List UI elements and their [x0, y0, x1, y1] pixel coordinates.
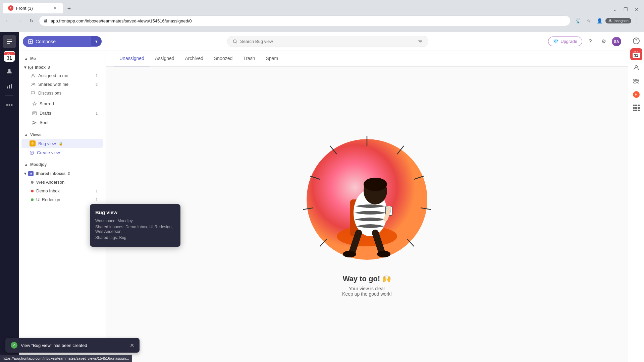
bug-view-item[interactable]: B Bug view 🔒 ⋯ [21, 139, 103, 148]
drafts-icon [32, 111, 37, 116]
close-button[interactable]: ✕ [632, 5, 641, 13]
moodjoy-section-header[interactable]: ▲ Moodjoy [19, 160, 106, 168]
tooltip-workspace-value: Moodjoy [117, 219, 132, 223]
svg-point-34 [364, 178, 387, 191]
me-section-header[interactable]: ▲ Me [19, 54, 106, 62]
incognito-badge: Incognito [605, 18, 631, 23]
svg-rect-16 [31, 92, 35, 94]
help-panel-button[interactable]: ? [630, 35, 642, 47]
calendar-panel-button[interactable]: OCT 31 [630, 48, 642, 60]
shared-inboxes-group-header[interactable]: ▾ M Shared inboxes 2 [19, 170, 106, 178]
analytics-nav-icon[interactable] [3, 79, 16, 93]
svg-rect-41 [636, 79, 639, 80]
tooltip-workspace-label: Workspace: [95, 219, 116, 223]
svg-rect-10 [11, 84, 12, 88]
svg-rect-42 [634, 82, 636, 83]
tooltip-tags-value: Bug [119, 235, 126, 240]
bug-view-icon: B [30, 140, 36, 146]
svg-point-7 [8, 69, 11, 71]
calendar-nav-icon[interactable]: OCT 31 [3, 50, 16, 63]
shortcuts-panel-button[interactable] [630, 75, 642, 87]
back-button[interactable]: ← [3, 16, 12, 25]
upgrade-button[interactable]: 💎 Upgrade [548, 37, 582, 46]
drafts-count: 1 [96, 111, 98, 115]
help-panel-icon: ? [633, 38, 640, 44]
toast-notification: ✓ View "Bug view" has been created ✕ [5, 338, 140, 353]
incognito-icon [608, 19, 612, 23]
search-icon [233, 39, 237, 44]
compose-dropdown-button[interactable]: ▾ [91, 36, 102, 47]
search-filter-icon[interactable] [418, 39, 423, 44]
help-button[interactable]: ? [585, 36, 596, 47]
tab-close-button[interactable]: ✕ [52, 5, 58, 11]
demo-inbox-item[interactable]: Demo Inbox 1 [21, 187, 103, 195]
svg-point-37 [343, 251, 356, 257]
tab-unassigned[interactable]: Unassigned [114, 51, 150, 66]
shared-with-me-item[interactable]: Shared with me 2 [21, 80, 103, 88]
toast-close-button[interactable]: ✕ [130, 342, 134, 349]
inbox-nav-icon[interactable] [3, 35, 16, 48]
user-avatar[interactable]: SA [612, 37, 621, 46]
create-view-item[interactable]: Create view [21, 148, 103, 157]
compose-button[interactable]: Compose [23, 36, 91, 47]
search-bar[interactable] [227, 36, 428, 47]
more-nav-icon[interactable]: ••• [3, 98, 16, 112]
browser-menu-button[interactable]: ⋮ [633, 17, 641, 24]
drafts-item[interactable]: Drafts 1 [21, 109, 103, 118]
minimize-button[interactable]: ⌄ [610, 5, 620, 13]
search-input[interactable] [240, 39, 415, 44]
views-chevron-icon: ▲ [24, 132, 28, 137]
svg-text:F: F [10, 7, 12, 9]
shared-inboxes-collapse-icon: ▾ [24, 171, 26, 176]
starred-item[interactable]: Starred [21, 99, 103, 108]
shared-with-me-icon [31, 82, 36, 87]
profile-button[interactable]: 👤 [595, 16, 604, 25]
tooltip-tags-row: Shared tags: Bug [95, 235, 175, 240]
empty-subtitle-line2: Keep up the good work! [342, 291, 392, 297]
demo-inbox-count: 1 [96, 189, 98, 193]
shortcuts-panel-icon [633, 78, 640, 84]
reload-button[interactable]: ↻ [27, 16, 36, 25]
browser-tab[interactable]: F Front (3) ✕ [3, 3, 63, 13]
sidebar: Compose ▾ ▲ Me ▾ Inbox 3 [19, 32, 106, 362]
svg-rect-40 [634, 79, 636, 80]
contacts-panel-button[interactable] [630, 62, 642, 74]
discussions-item[interactable]: Discussions [21, 89, 103, 97]
svg-rect-2 [44, 20, 47, 22]
assigned-to-me-item[interactable]: Assigned to me 1 [21, 71, 103, 80]
calendar-panel-icon: OCT 31 [633, 51, 640, 58]
hubspot-panel-icon: H [633, 91, 640, 98]
tab-spam[interactable]: Spam [261, 51, 284, 66]
incognito-label: Incognito [613, 19, 629, 23]
tab-assigned[interactable]: Assigned [150, 51, 180, 66]
views-section-header[interactable]: ▲ Views [19, 130, 106, 138]
svg-rect-17 [33, 112, 37, 115]
tab-trash[interactable]: Trash [238, 51, 260, 66]
hubspot-panel-button[interactable]: H [630, 88, 642, 101]
empty-subtitle-line1: Your view is clear [342, 286, 392, 291]
new-tab-button[interactable]: + [64, 4, 74, 13]
forward-button[interactable]: → [15, 16, 24, 25]
svg-rect-8 [7, 86, 8, 88]
manage-panel-button[interactable] [630, 102, 642, 114]
settings-button[interactable]: ⚙ [598, 36, 609, 47]
assigned-to-me-label: Assigned to me [38, 73, 68, 78]
address-bar[interactable]: app.frontapp.com/inboxes/teammates/saved… [39, 15, 571, 26]
ui-redesign-item[interactable]: UI Redesign 1 [21, 195, 103, 204]
inbox-group-header[interactable]: ▾ Inbox 3 [19, 64, 106, 71]
maximize-button[interactable]: ❐ [621, 5, 631, 13]
bookmark-button[interactable]: ☆ [584, 16, 593, 25]
cast-button[interactable]: 📡 [573, 16, 583, 25]
tab-archived[interactable]: Archived [180, 51, 209, 66]
empty-text: Way to go! 🙌 Your view is clear Keep up … [342, 275, 392, 297]
ui-redesign-dot [31, 198, 34, 201]
me-chevron-icon: ▲ [24, 56, 28, 61]
create-view-label: Create view [37, 150, 60, 155]
contacts-nav-icon[interactable] [3, 64, 16, 78]
me-label: Me [30, 56, 36, 61]
tooltip-title: Bug view [95, 209, 175, 215]
main-tabs: Unassigned Assigned Archived Snoozed Tra… [106, 51, 628, 67]
sent-item[interactable]: Sent [21, 118, 103, 127]
wes-anderson-item[interactable]: Wes Anderson [21, 178, 103, 186]
tab-snoozed[interactable]: Snoozed [209, 51, 238, 66]
